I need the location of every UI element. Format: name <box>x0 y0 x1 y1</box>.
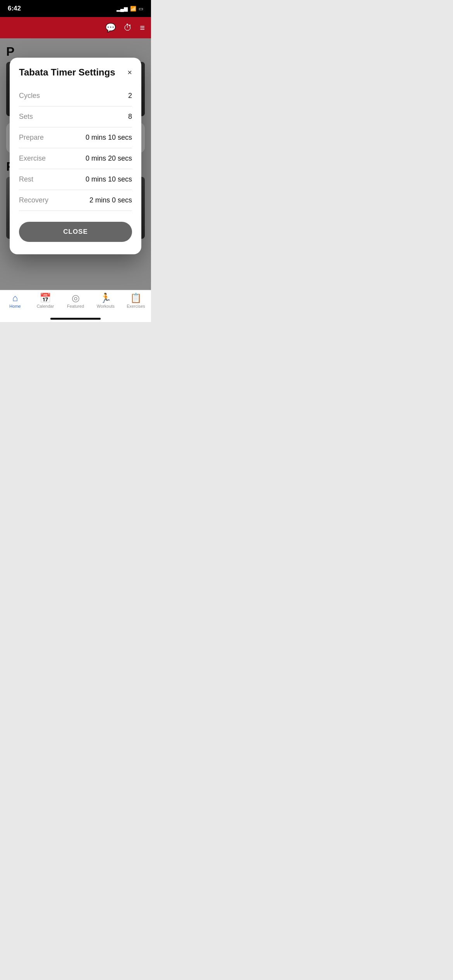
modal-overlay: Tabata Timer Settings × Cycles 2 Sets 8 … <box>0 38 151 290</box>
status-icons: ▂▄▆ 📶 ▭ <box>117 6 143 12</box>
featured-icon: ◎ <box>72 293 80 303</box>
chat-icon[interactable]: 💬 <box>105 23 116 33</box>
sets-label: Sets <box>19 113 33 121</box>
sets-row[interactable]: Sets 8 <box>19 106 132 127</box>
tab-home[interactable]: ⌂ Home <box>3 293 27 308</box>
exercise-row[interactable]: Exercise 0 mins 20 secs <box>19 148 132 169</box>
modal-title: Tabata Timer Settings <box>19 67 115 78</box>
sets-value: 8 <box>128 113 132 121</box>
rest-row[interactable]: Rest 0 mins 10 secs <box>19 169 132 190</box>
tabata-settings-modal: Tabata Timer Settings × Cycles 2 Sets 8 … <box>10 58 141 254</box>
prepare-row[interactable]: Prepare 0 mins 10 secs <box>19 127 132 148</box>
main-content: P F Tabata Timer Settings × Cycles 2 Set… <box>0 38 151 290</box>
exercise-value: 0 mins 20 secs <box>86 154 132 163</box>
rest-value: 0 mins 10 secs <box>86 175 132 183</box>
tab-exercises-label: Exercises <box>127 304 145 308</box>
cycles-label: Cycles <box>19 92 40 100</box>
workouts-icon: 🏃 <box>100 293 112 303</box>
recovery-value: 2 mins 0 secs <box>89 196 132 204</box>
tab-bar: ⌂ Home 📅 Calendar ◎ Featured 🏃 Workouts … <box>0 290 151 322</box>
home-indicator <box>50 318 101 320</box>
calendar-icon: 📅 <box>39 293 51 303</box>
modal-header: Tabata Timer Settings × <box>19 67 132 78</box>
tab-workouts-label: Workouts <box>97 304 115 308</box>
recovery-label: Recovery <box>19 196 48 204</box>
tab-calendar-label: Calendar <box>37 304 54 308</box>
exercise-label: Exercise <box>19 154 46 163</box>
home-icon: ⌂ <box>12 293 18 303</box>
close-button[interactable]: CLOSE <box>19 222 132 242</box>
menu-icon[interactable]: ≡ <box>140 23 145 33</box>
app-header: 💬 ⏱ ≡ <box>0 17 151 38</box>
battery-icon: ▭ <box>139 6 143 12</box>
status-time: 6:42 <box>8 5 21 12</box>
tab-workouts[interactable]: 🏃 Workouts <box>94 293 117 308</box>
prepare-value: 0 mins 10 secs <box>86 134 132 142</box>
exercises-icon: 📋 <box>130 293 142 303</box>
rest-label: Rest <box>19 175 33 183</box>
tab-home-label: Home <box>9 304 21 308</box>
cycles-row[interactable]: Cycles 2 <box>19 86 132 106</box>
wifi-icon: 📶 <box>130 6 136 12</box>
modal-close-x-button[interactable]: × <box>127 69 132 76</box>
prepare-label: Prepare <box>19 134 44 142</box>
tab-featured-label: Featured <box>67 304 84 308</box>
cycles-value: 2 <box>128 92 132 100</box>
tab-featured[interactable]: ◎ Featured <box>64 293 87 308</box>
timer-icon[interactable]: ⏱ <box>124 23 132 33</box>
recovery-row[interactable]: Recovery 2 mins 0 secs <box>19 190 132 211</box>
status-bar: 6:42 ▂▄▆ 📶 ▭ <box>0 0 151 17</box>
tab-exercises[interactable]: 📋 Exercises <box>124 293 148 308</box>
tab-calendar[interactable]: 📅 Calendar <box>34 293 57 308</box>
signal-icon: ▂▄▆ <box>117 6 128 12</box>
